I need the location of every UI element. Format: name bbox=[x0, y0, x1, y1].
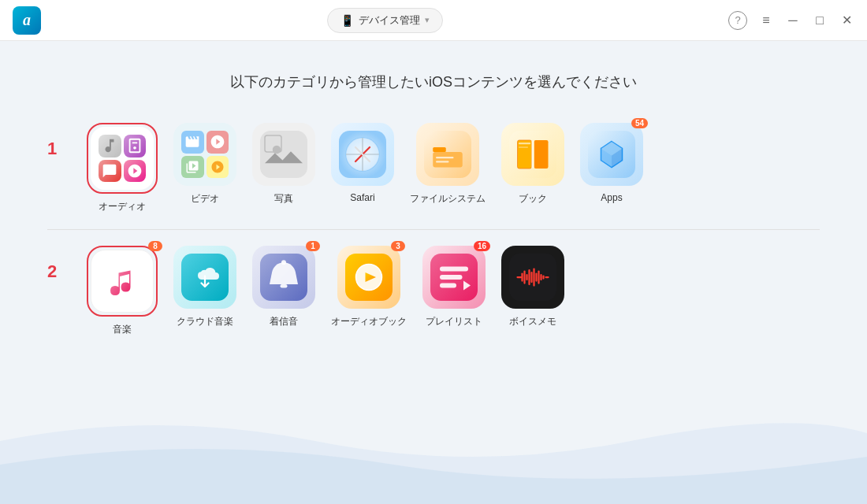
category-item-books[interactable]: ブック bbox=[501, 123, 564, 213]
title-bar: a 📱 デバイス管理 ▾ ? ≡ ─ □ ✕ bbox=[0, 0, 867, 41]
apps-icon bbox=[580, 123, 643, 186]
category-row-1: 1 bbox=[47, 123, 820, 230]
category-row-2: 2 bbox=[47, 246, 820, 352]
video-label: ビデオ bbox=[191, 192, 219, 206]
chevron-down-icon: ▾ bbox=[425, 15, 430, 25]
audio-label: オーディオ bbox=[99, 200, 146, 213]
music-icon-wrapper: 8 bbox=[87, 246, 158, 317]
audio-icon bbox=[91, 127, 154, 190]
playlist-badge: 16 bbox=[474, 241, 490, 251]
playlist-icon-wrapper: 16 bbox=[422, 246, 486, 309]
maximize-button[interactable]: □ bbox=[812, 13, 828, 28]
page-title: 以下のカテゴリから管理したいiOSコンテンツを選んでください bbox=[47, 72, 820, 91]
svg-rect-9 bbox=[433, 147, 446, 152]
safari-label: Safari bbox=[350, 192, 374, 203]
photo-label: 写真 bbox=[274, 192, 293, 206]
svg-rect-32 bbox=[509, 254, 556, 301]
playlist-label: プレイリスト bbox=[426, 315, 482, 328]
svg-rect-20 bbox=[99, 258, 146, 305]
cloudmusic-icon bbox=[173, 246, 236, 309]
audiobook-icon-wrapper: 3 bbox=[337, 246, 400, 309]
category-item-music[interactable]: 8 音楽 bbox=[87, 246, 158, 336]
category-item-cloudmusic[interactable]: クラウド音楽 bbox=[173, 246, 236, 336]
device-management-button[interactable]: 📱 デバイス管理 ▾ bbox=[327, 8, 443, 33]
device-icon: 📱 bbox=[340, 14, 354, 27]
svg-rect-0 bbox=[260, 131, 307, 178]
device-label: デバイス管理 bbox=[359, 13, 420, 28]
category-item-filesystem[interactable]: ファイルシステム bbox=[410, 123, 486, 213]
category-item-video[interactable]: ビデオ bbox=[173, 123, 236, 213]
voicememo-label: ボイスメモ bbox=[509, 315, 556, 328]
title-bar-right: ? ≡ ─ □ ✕ bbox=[728, 11, 854, 30]
svg-rect-18 bbox=[519, 146, 528, 148]
svg-rect-17 bbox=[519, 143, 530, 144]
cloudmusic-label: クラウド音楽 bbox=[177, 315, 233, 328]
books-label: ブック bbox=[519, 192, 547, 206]
svg-rect-30 bbox=[440, 275, 463, 280]
svg-rect-12 bbox=[436, 161, 449, 162]
svg-rect-14 bbox=[518, 140, 532, 169]
filesystem-icon bbox=[416, 123, 479, 186]
video-icon bbox=[173, 123, 236, 186]
audiobook-label: オーディオブック bbox=[331, 315, 407, 328]
ringtone-icon bbox=[252, 246, 315, 309]
audio-selected-border bbox=[87, 123, 158, 194]
row2-items-grid: 8 音楽 bbox=[87, 246, 564, 336]
audiobook-badge: 3 bbox=[391, 241, 405, 251]
apps-icon-wrapper: 54 bbox=[580, 123, 643, 186]
apps-label: Apps bbox=[601, 192, 622, 203]
app-logo: a bbox=[13, 6, 41, 35]
row-number-1: 1 bbox=[47, 123, 71, 159]
apps-badge: 54 bbox=[631, 118, 648, 128]
svg-rect-31 bbox=[440, 284, 456, 288]
category-item-playlist[interactable]: 16 プレイリスト bbox=[422, 246, 486, 336]
row-number-2: 2 bbox=[47, 246, 71, 282]
svg-rect-10 bbox=[433, 152, 463, 168]
books-icon bbox=[501, 123, 564, 186]
filesystem-label: ファイルシステム bbox=[410, 192, 486, 206]
music-selected-border bbox=[87, 246, 158, 317]
music-badge: 8 bbox=[148, 241, 162, 251]
music-icon bbox=[91, 250, 154, 313]
category-item-ringtone[interactable]: 1 着信音 bbox=[252, 246, 315, 336]
row1-items-grid: オーディオ ビデオ bbox=[87, 123, 643, 213]
ringtone-label: 着信音 bbox=[270, 315, 298, 328]
audiobook-icon bbox=[337, 246, 400, 309]
ringtone-badge: 1 bbox=[306, 241, 320, 251]
category-item-audio[interactable]: オーディオ bbox=[87, 123, 158, 213]
help-button[interactable]: ? bbox=[728, 11, 747, 30]
category-item-voicememo[interactable]: ボイスメモ bbox=[501, 246, 564, 336]
photo-icon bbox=[252, 123, 315, 186]
ringtone-icon-wrapper: 1 bbox=[252, 246, 315, 309]
svg-rect-29 bbox=[440, 267, 468, 272]
menu-button[interactable]: ≡ bbox=[758, 13, 774, 28]
title-bar-left: a bbox=[13, 6, 41, 35]
music-label: 音楽 bbox=[113, 323, 132, 336]
safari-icon bbox=[331, 123, 394, 186]
svg-point-24 bbox=[281, 260, 286, 265]
svg-rect-16 bbox=[534, 140, 549, 169]
category-item-audiobook[interactable]: 3 オーディオブック bbox=[331, 246, 407, 336]
playlist-icon bbox=[422, 246, 486, 309]
minimize-button[interactable]: ─ bbox=[785, 13, 801, 28]
category-item-safari[interactable]: Safari bbox=[331, 123, 394, 213]
close-button[interactable]: ✕ bbox=[839, 13, 854, 28]
main-content: 以下のカテゴリから管理したいiOSコンテンツを選んでください 1 bbox=[0, 41, 867, 384]
svg-rect-11 bbox=[436, 157, 454, 158]
category-item-apps[interactable]: 54 Apps bbox=[580, 123, 643, 213]
category-item-photo[interactable]: 写真 bbox=[252, 123, 315, 213]
svg-rect-23 bbox=[281, 284, 288, 288]
voicememo-icon bbox=[501, 246, 564, 309]
